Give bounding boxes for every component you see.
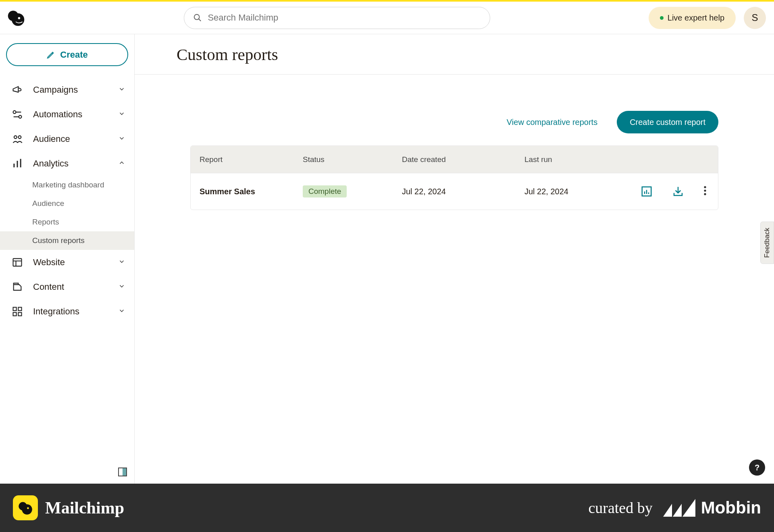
- footer-logo: [13, 495, 38, 520]
- svg-point-3: [194, 15, 200, 20]
- cell-report-name[interactable]: Summer Sales: [191, 187, 303, 196]
- cell-status: Complete: [303, 185, 402, 197]
- svg-point-16: [704, 189, 706, 191]
- view-comparative-link[interactable]: View comparative reports: [507, 118, 597, 127]
- table-row: Summer Sales Complete Jul 22, 2024 Jul 2…: [191, 173, 718, 210]
- nav-label: Automations: [33, 109, 108, 120]
- live-help-button[interactable]: Live expert help: [649, 7, 736, 29]
- table-header: Report Status Date created Last run: [191, 146, 718, 173]
- profile-avatar[interactable]: S: [744, 7, 766, 29]
- sidebar: Create Campaigns Automations Audie: [0, 34, 135, 484]
- svg-point-5: [13, 110, 16, 113]
- sidebar-item-integrations[interactable]: Integrations: [0, 299, 134, 324]
- online-dot-icon: [660, 16, 664, 20]
- view-report-button[interactable]: [641, 185, 653, 197]
- page-header: Custom reports: [135, 34, 774, 75]
- sub-item-audience[interactable]: Audience: [32, 194, 134, 213]
- svg-rect-9: [13, 258, 22, 266]
- svg-point-6: [19, 115, 22, 118]
- svg-point-2: [18, 17, 20, 19]
- svg-rect-11: [18, 307, 21, 310]
- main-content: Custom reports View comparative reports …: [135, 34, 774, 484]
- svg-line-4: [199, 19, 201, 21]
- curated-label: curated by: [588, 499, 652, 517]
- integrations-icon: [11, 306, 23, 317]
- nav-label: Audience: [33, 134, 108, 144]
- nav-label: Content: [33, 282, 108, 292]
- sub-item-marketing-dashboard[interactable]: Marketing dashboard: [32, 176, 134, 194]
- bar-chart-icon: [641, 185, 653, 197]
- report-actions: View comparative reports Create custom r…: [190, 111, 718, 133]
- chevron-down-icon: [118, 134, 125, 144]
- mobbin-logo: Mobbin: [663, 498, 761, 517]
- page-title: Custom reports: [177, 45, 278, 64]
- search-icon: [193, 13, 202, 22]
- mailchimp-logo-icon: [17, 500, 33, 516]
- sub-label: Marketing dashboard: [32, 181, 104, 189]
- col-lastrun: Last run: [524, 155, 620, 164]
- sidebar-item-content[interactable]: Content: [0, 274, 134, 299]
- content-icon: [11, 281, 23, 293]
- pencil-icon: [46, 50, 55, 59]
- row-actions: [620, 185, 718, 198]
- help-fab[interactable]: ?: [749, 459, 765, 476]
- analytics-submenu: Marketing dashboard Audience Reports Cus…: [0, 176, 134, 250]
- mailchimp-logo-icon: [7, 8, 25, 27]
- svg-point-7: [14, 135, 17, 138]
- reports-table: Report Status Date created Last run Summ…: [190, 145, 718, 210]
- cell-date-created: Jul 22, 2024: [402, 187, 524, 196]
- nav-label: Integrations: [33, 306, 108, 317]
- avatar-initial: S: [751, 12, 758, 23]
- global-search[interactable]: [184, 7, 490, 29]
- megaphone-icon: [11, 84, 23, 96]
- sidebar-item-analytics[interactable]: Analytics: [0, 151, 134, 176]
- sidebar-item-website[interactable]: Website: [0, 250, 134, 274]
- chevron-down-icon: [118, 85, 125, 95]
- nav-label: Website: [33, 257, 108, 268]
- chevron-down-icon: [118, 282, 125, 292]
- attribution-footer: Mailchimp curated by Mobbin: [0, 484, 774, 532]
- sub-label: Reports: [32, 218, 59, 227]
- sidebar-item-audience[interactable]: Audience: [0, 127, 134, 151]
- collapse-sidebar-button[interactable]: [118, 468, 127, 476]
- svg-rect-12: [13, 312, 17, 316]
- svg-point-1: [11, 13, 24, 26]
- chevron-down-icon: [118, 109, 125, 120]
- analytics-icon: [11, 158, 23, 169]
- cell-last-run: Jul 22, 2024: [524, 187, 620, 196]
- footer-brand: Mailchimp: [45, 498, 124, 517]
- sub-item-reports[interactable]: Reports: [32, 213, 134, 231]
- nav-label: Campaigns: [33, 85, 108, 95]
- search-input[interactable]: [208, 12, 481, 23]
- svg-rect-13: [18, 312, 21, 316]
- svg-point-17: [704, 193, 706, 195]
- sub-label: Custom reports: [32, 236, 85, 245]
- download-report-button[interactable]: [672, 185, 684, 197]
- create-label: Create: [60, 50, 87, 60]
- automation-icon: [11, 109, 23, 120]
- sidebar-item-automations[interactable]: Automations: [0, 102, 134, 127]
- status-badge: Complete: [303, 185, 347, 197]
- nav-label: Analytics: [33, 158, 108, 169]
- live-help-label: Live expert help: [668, 13, 724, 23]
- col-report: Report: [191, 155, 303, 164]
- website-icon: [11, 257, 23, 268]
- chevron-down-icon: [118, 257, 125, 268]
- more-options-button[interactable]: [703, 185, 707, 198]
- svg-rect-10: [13, 307, 17, 310]
- chevron-down-icon: [118, 306, 125, 317]
- download-icon: [672, 185, 684, 197]
- create-custom-report-button[interactable]: Create custom report: [617, 111, 718, 133]
- mobbin-mark-icon: [663, 499, 695, 517]
- brand-logo[interactable]: [6, 8, 26, 28]
- col-created: Date created: [402, 155, 524, 164]
- svg-point-15: [704, 186, 706, 188]
- sidebar-item-campaigns[interactable]: Campaigns: [0, 77, 134, 102]
- sub-item-custom-reports[interactable]: Custom reports: [0, 231, 134, 250]
- svg-point-20: [27, 507, 29, 509]
- chevron-up-icon: [118, 158, 125, 169]
- feedback-tab[interactable]: Feedback: [760, 222, 774, 264]
- col-status: Status: [303, 155, 402, 164]
- top-bar: Live expert help S: [0, 2, 774, 34]
- create-button[interactable]: Create: [6, 43, 128, 66]
